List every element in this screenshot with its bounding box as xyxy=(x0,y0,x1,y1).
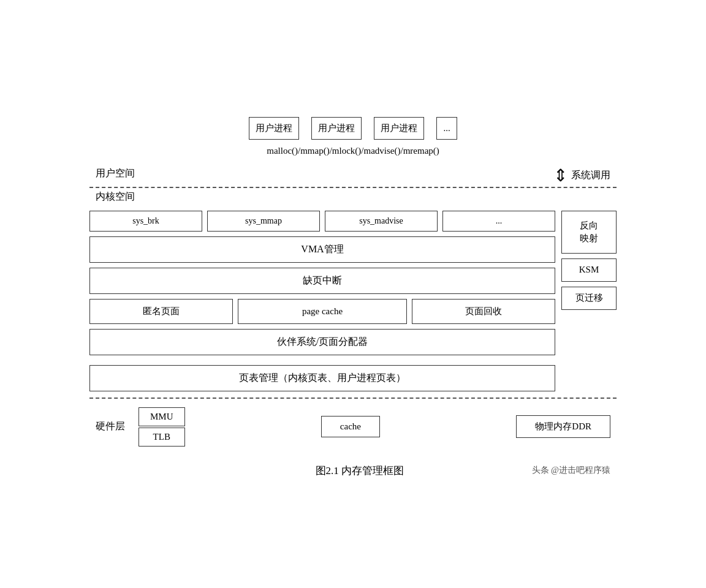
user-kernel-divider xyxy=(89,187,617,188)
sys-brk-label: sys_brk xyxy=(132,216,159,226)
page-cache-box: page cache xyxy=(238,299,408,324)
caption: 图2.1 内存管理框图 头条 @进击吧程序猿 xyxy=(89,464,617,478)
sys-madvise-box: sys_madvise xyxy=(325,211,438,232)
syscall-area: ⇕ 系统调用 xyxy=(553,167,610,184)
sys-mmap-box: sys_mmap xyxy=(207,211,320,232)
hardware-divider xyxy=(89,398,617,399)
sys-madvise-label: sys_madvise xyxy=(359,216,403,226)
sys-calls-row: sys_brk sys_mmap sys_madvise ... xyxy=(89,211,555,232)
sys-ellipsis-label: ... xyxy=(496,216,503,226)
anon-page-box: 匿名页面 xyxy=(89,299,233,324)
ksm-label: KSM xyxy=(579,265,599,275)
kernel-left: sys_brk sys_mmap sys_madvise ... VMA管理 缺… xyxy=(89,211,555,391)
cache-box: cache xyxy=(321,416,380,437)
sys-brk-box: sys_brk xyxy=(89,211,202,232)
user-process-1: 用户进程 xyxy=(249,117,299,140)
sys-ellipsis-box: ... xyxy=(442,211,555,232)
buddy-label: 伙伴系统/页面分配器 xyxy=(277,336,368,349)
page-migrate-box: 页迁移 xyxy=(561,287,617,310)
hardware-label: 硬件层 xyxy=(96,420,125,433)
kernel-content: sys_brk sys_mmap sys_madvise ... VMA管理 缺… xyxy=(89,211,617,391)
page-table-label: 页表管理（内核页表、用户进程页表） xyxy=(239,372,406,385)
kernel-right: 反向映射 KSM 页迁移 xyxy=(561,211,617,391)
bidirectional-arrow-icon: ⇕ xyxy=(553,167,567,184)
user-process-3-label: 用户进程 xyxy=(381,123,417,134)
syscall-label: 系统调用 xyxy=(571,169,610,182)
mmu-label: MMU xyxy=(150,412,173,421)
page-reclaim-label: 页面回收 xyxy=(465,306,502,317)
user-processes-row: 用户进程 用户进程 用户进程 ... xyxy=(89,117,617,140)
reverse-map-box: 反向映射 xyxy=(561,211,617,254)
mmu-tlb-group: MMU TLB xyxy=(139,407,185,447)
page-fault-box: 缺页中断 xyxy=(89,268,555,294)
mmu-box: MMU xyxy=(139,407,185,426)
ddr-label: 物理内存DDR xyxy=(535,421,591,431)
buddy-system-box: 伙伴系统/页面分配器 xyxy=(89,329,555,355)
diagram-title: 图2.1 内存管理框图 xyxy=(188,464,532,478)
malloc-label: malloc()/mmap()/mlock()/madvise()/mremap… xyxy=(267,146,439,156)
page-reclaim-box: 页面回收 xyxy=(412,299,555,324)
page-cache-label: page cache xyxy=(302,306,343,317)
user-space-label: 用户空间 xyxy=(96,167,135,180)
user-process-ellipsis-label: ... xyxy=(443,123,450,134)
page-migrate-label: 页迁移 xyxy=(575,292,603,304)
reverse-map-label: 反向映射 xyxy=(580,219,598,245)
user-process-ellipsis: ... xyxy=(436,117,457,140)
page-fault-label: 缺页中断 xyxy=(303,274,342,287)
tlb-label: TLB xyxy=(153,432,170,442)
boundary-section: 用户空间 ⇕ 系统调用 内核空间 xyxy=(89,167,617,203)
diagram-container: 用户进程 用户进程 用户进程 ... malloc()/mmap()/mlock… xyxy=(77,99,629,490)
medium-row: 匿名页面 page cache 页面回收 xyxy=(89,299,555,324)
ddr-box: 物理内存DDR xyxy=(516,415,610,438)
vma-label: VMA管理 xyxy=(301,243,343,256)
anon-page-label: 匿名页面 xyxy=(143,306,180,317)
kernel-space-label: 内核空间 xyxy=(89,190,617,203)
sys-mmap-label: sys_mmap xyxy=(245,216,282,226)
user-process-1-label: 用户进程 xyxy=(256,123,292,134)
vma-box: VMA管理 xyxy=(89,236,555,263)
ksm-box: KSM xyxy=(561,258,617,282)
cache-label: cache xyxy=(340,421,361,431)
user-kernel-labels: 用户空间 ⇕ 系统调用 xyxy=(89,167,617,184)
page-table-box: 页表管理（内核页表、用户进程页表） xyxy=(89,365,555,391)
hardware-row: 硬件层 MMU TLB cache 物理内存DDR xyxy=(89,402,617,451)
malloc-text: malloc()/mmap()/mlock()/madvise()/mremap… xyxy=(89,146,617,156)
diagram-source: 头条 @进击吧程序猿 xyxy=(532,465,610,476)
user-process-3: 用户进程 xyxy=(374,117,424,140)
user-process-2-label: 用户进程 xyxy=(318,123,355,134)
hardware-section: 硬件层 MMU TLB cache 物理内存DDR xyxy=(89,398,617,451)
user-process-2: 用户进程 xyxy=(311,117,362,140)
tlb-box: TLB xyxy=(139,428,185,447)
